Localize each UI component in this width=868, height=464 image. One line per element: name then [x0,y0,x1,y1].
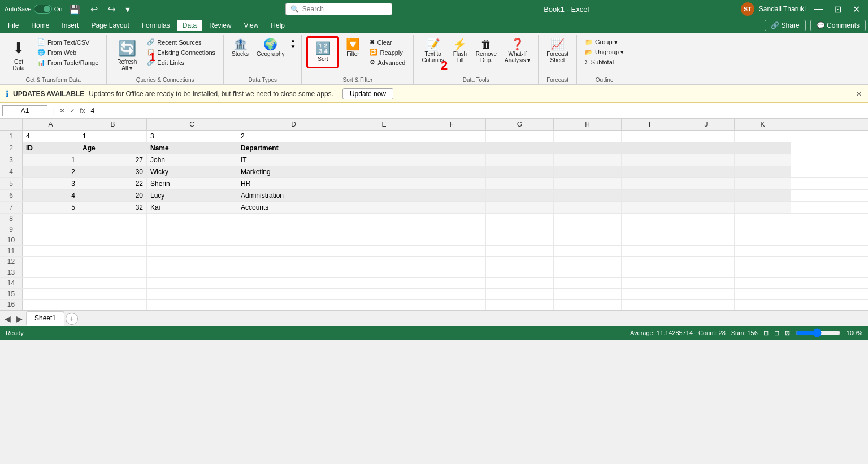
cell[interactable] [79,224,147,235]
cell[interactable] [678,178,735,189]
close-info-button[interactable]: ✕ [856,89,862,98]
cell[interactable] [622,166,678,177]
clear-button[interactable]: ✖ Clear [366,37,409,47]
menu-insert[interactable]: Insert [56,20,84,31]
refresh-all-button[interactable]: 🔄 RefreshAll ▾ [111,36,142,75]
cell[interactable] [486,235,554,245]
cell[interactable]: HR [237,178,350,189]
zoom-slider[interactable] [796,328,841,337]
cell[interactable] [350,202,418,213]
cell[interactable]: 3 [23,178,79,189]
cell[interactable] [23,267,79,277]
cell[interactable] [79,214,147,224]
cell[interactable] [147,278,237,288]
cell[interactable] [418,278,486,288]
cell[interactable] [678,235,735,245]
cell[interactable] [147,289,237,299]
cell[interactable] [554,246,622,256]
cell[interactable] [79,289,147,299]
cell[interactable] [237,235,350,245]
cell[interactable] [554,267,622,277]
cell[interactable] [622,289,678,299]
ungroup-button[interactable]: 📂 Ungroup ▾ [581,47,627,57]
cell[interactable] [418,131,486,142]
cell[interactable] [678,154,735,166]
cell[interactable] [622,142,678,154]
cell[interactable] [418,224,486,235]
text-to-columns-button[interactable]: 📝 Text toColumns [418,36,447,66]
properties-button[interactable]: 📋 Existing Connections [144,47,219,57]
cell[interactable] [486,178,554,189]
cell[interactable] [237,246,350,256]
cell[interactable] [678,257,735,267]
cell[interactable] [678,131,735,142]
cell[interactable] [735,267,791,277]
cell[interactable] [554,154,622,166]
menu-formulas[interactable]: Formulas [136,20,176,31]
cell[interactable] [486,289,554,299]
cell[interactable] [554,289,622,299]
cell[interactable]: 4 [23,190,79,201]
cell[interactable] [418,166,486,177]
cell[interactable] [350,190,418,201]
cell[interactable] [486,154,554,166]
remove-duplicates-button[interactable]: 🗑 RemoveDup. [472,36,500,66]
cell[interactable] [678,267,735,277]
cell[interactable] [486,278,554,288]
cell[interactable] [23,235,79,245]
cell[interactable] [735,214,791,224]
menu-home[interactable]: Home [25,20,55,31]
cell[interactable] [79,267,147,277]
from-table-button[interactable]: 📊 From Table/Range [34,58,102,67]
cell[interactable] [735,235,791,245]
cell[interactable] [622,178,678,189]
cell[interactable] [735,257,791,267]
cell[interactable] [622,190,678,201]
name-box[interactable] [2,105,47,116]
cell[interactable] [678,278,735,288]
cell[interactable] [735,154,791,166]
cell[interactable] [418,142,486,154]
cell[interactable] [350,224,418,235]
data-type-up-arrow[interactable]: ▲ [290,37,296,44]
cell[interactable] [735,224,791,235]
cell[interactable] [418,214,486,224]
cell[interactable] [622,154,678,166]
forecast-sheet-button[interactable]: 📈 ForecastSheet [543,36,572,66]
cell[interactable]: Administration [237,190,350,201]
cell[interactable] [418,246,486,256]
save-button[interactable]: 💾 [66,3,84,16]
redo-button[interactable]: ↪ [105,3,119,16]
cell[interactable]: Age [79,142,147,154]
cell[interactable] [678,224,735,235]
cell[interactable] [554,278,622,288]
cell[interactable] [622,131,678,142]
autosave-toggle[interactable]: AutoSave On [5,5,62,14]
cell[interactable] [622,300,678,310]
cell[interactable]: Wicky [147,166,237,177]
cell[interactable] [237,214,350,224]
cell[interactable] [735,246,791,256]
geography-button[interactable]: 🌍 Geography [253,36,288,59]
cell[interactable] [237,289,350,299]
restore-button[interactable]: ⊡ [831,3,845,16]
cell[interactable] [350,131,418,142]
filter-button[interactable]: 🔽 Filter [341,36,364,59]
cell[interactable] [79,246,147,256]
sheet-tab-sheet1[interactable]: Sheet1 [26,311,64,326]
page-layout-view-icon[interactable]: ⊟ [774,329,779,337]
minimize-button[interactable]: — [810,3,826,15]
cell[interactable] [147,235,237,245]
row-number[interactable]: 9 [0,224,23,235]
from-text-csv-button[interactable]: 📄 From Text/CSV [34,37,102,47]
cell[interactable] [237,300,350,310]
cell[interactable] [23,278,79,288]
cell[interactable] [237,267,350,277]
cell[interactable] [486,190,554,201]
col-header-i[interactable]: I [622,119,678,130]
cell[interactable]: Sherin [147,178,237,189]
cell[interactable] [678,214,735,224]
menu-view[interactable]: View [238,20,264,31]
row-number[interactable]: 2 [0,142,23,154]
cell[interactable]: 30 [79,166,147,177]
